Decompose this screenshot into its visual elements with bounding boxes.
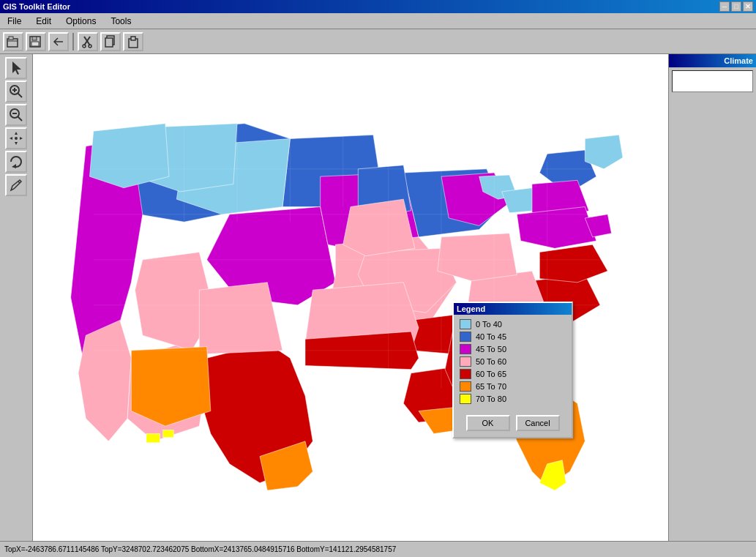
- zoom-in-tool[interactable]: [5, 81, 27, 102]
- legend-buttons: OK Cancel: [454, 411, 572, 437]
- menu-file[interactable]: File: [3, 15, 26, 28]
- list-item: 70 To 80: [460, 394, 566, 404]
- climate-preview: [672, 70, 753, 92]
- back-button[interactable]: [48, 32, 69, 51]
- main-content: Legend 0 To 40 40 To 45 45 To 50 50 To: [0, 54, 756, 541]
- legend-ok-button[interactable]: OK: [466, 415, 510, 431]
- svg-rect-0: [7, 39, 18, 47]
- legend-label-1: 40 To 45: [476, 332, 506, 341]
- open-button[interactable]: [3, 32, 23, 51]
- save-button[interactable]: [26, 32, 46, 51]
- list-item: 40 To 45: [460, 332, 566, 342]
- minimize-button[interactable]: ─: [719, 1, 730, 12]
- list-item: 60 To 65: [460, 369, 566, 379]
- legend-swatch-2: [460, 344, 471, 354]
- svg-rect-4: [31, 42, 39, 46]
- list-item: 65 To 70: [460, 381, 566, 392]
- svg-point-7: [83, 45, 86, 48]
- menu-edit[interactable]: Edit: [31, 15, 56, 28]
- us-map: [33, 54, 668, 541]
- cut-button[interactable]: [78, 32, 98, 51]
- app-title: GIS Toolkit Editor: [3, 2, 70, 11]
- title-bar: GIS Toolkit Editor ─ □ ✕: [0, 0, 756, 13]
- legend-label-6: 70 To 80: [476, 395, 506, 403]
- list-item: 50 To 60: [460, 356, 566, 367]
- legend-swatch-3: [460, 356, 471, 367]
- toolbar-separator: [72, 33, 74, 51]
- legend-swatch-4: [460, 369, 471, 379]
- svg-point-8: [89, 45, 91, 48]
- svg-rect-3: [32, 37, 37, 40]
- list-item: 0 To 40: [460, 319, 566, 329]
- list-item: 45 To 50: [460, 344, 566, 354]
- legend-label-0: 0 To 40: [476, 320, 502, 329]
- menu-tools[interactable]: Tools: [106, 15, 135, 28]
- svg-rect-37: [163, 430, 173, 437]
- close-button[interactable]: ✕: [743, 1, 753, 12]
- menu-options[interactable]: Options: [61, 15, 100, 28]
- legend-swatch-6: [460, 394, 471, 404]
- maximize-button[interactable]: □: [731, 1, 741, 12]
- legend-swatch-0: [460, 319, 471, 329]
- svg-rect-36: [146, 434, 160, 443]
- svg-point-20: [15, 137, 18, 140]
- copy-button[interactable]: [100, 32, 121, 51]
- draw-tool[interactable]: [5, 174, 27, 196]
- right-panel: Climate: [668, 54, 756, 541]
- menu-bar: File Edit Options Tools: [0, 13, 756, 29]
- title-bar-buttons: ─ □ ✕: [719, 1, 753, 12]
- rotate-tool[interactable]: [5, 151, 27, 173]
- legend-label-5: 65 To 70: [476, 382, 506, 391]
- pan-tool[interactable]: [5, 127, 27, 149]
- legend-title-bar: Legend: [454, 303, 572, 315]
- legend-label-3: 50 To 60: [476, 357, 506, 366]
- legend-swatch-5: [460, 381, 471, 392]
- legend-body: 0 To 40 40 To 45 45 To 50 50 To 60 60 To…: [454, 315, 572, 411]
- svg-line-18: [18, 116, 22, 121]
- toolbar: [0, 29, 756, 54]
- paste-button[interactable]: [123, 32, 143, 51]
- status-text: TopX=-2463786.6711145486 TopY=3248702.72…: [4, 545, 396, 553]
- legend-label-4: 60 To 65: [476, 370, 506, 378]
- arrow-tool[interactable]: [5, 57, 27, 79]
- svg-rect-10: [105, 38, 113, 47]
- svg-line-14: [18, 93, 22, 97]
- legend-label-2: 45 To 50: [476, 345, 506, 354]
- legend-cancel-button[interactable]: Cancel: [516, 415, 560, 431]
- svg-rect-12: [131, 37, 135, 40]
- right-panel-title: Climate: [669, 54, 756, 67]
- legend-swatch-1: [460, 332, 471, 342]
- tools-panel: [0, 54, 33, 541]
- map-area[interactable]: Legend 0 To 40 40 To 45 45 To 50 50 To: [33, 54, 668, 541]
- zoom-out-tool[interactable]: [5, 104, 27, 126]
- svg-line-21: [18, 182, 20, 183]
- svg-rect-1: [9, 37, 13, 40]
- legend-title: Legend: [457, 304, 485, 313]
- legend-popup: Legend 0 To 40 40 To 45 45 To 50 50 To: [452, 302, 573, 438]
- right-panel-label: Climate: [724, 56, 753, 65]
- status-bar: TopX=-2463786.6711145486 TopY=3248702.72…: [0, 541, 756, 557]
